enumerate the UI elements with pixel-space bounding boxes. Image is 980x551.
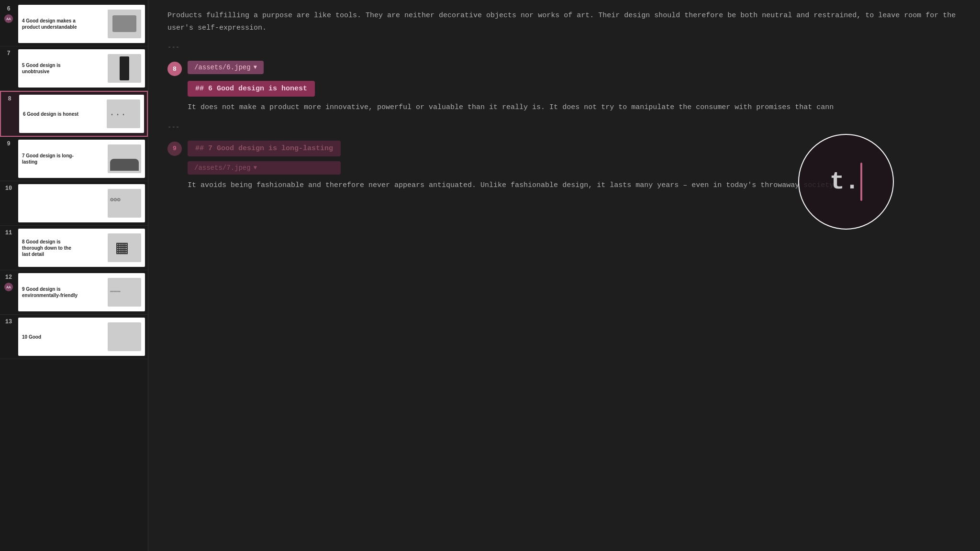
- block-8-file-row: 8 /assets/6.jpeg ▼: [167, 61, 961, 76]
- slide-number-col-11: 11: [0, 226, 17, 270]
- file-path-8: /assets/6.jpeg: [194, 64, 251, 71]
- heading-block-9: ## 7 Good design is long-lasting: [188, 141, 341, 156]
- slide-number-col-13: 13: [0, 315, 17, 359]
- slide-image-6: [108, 10, 141, 38]
- block-number-9: 9: [167, 142, 182, 156]
- file-pill-9[interactable]: /assets/7.jpeg ▼: [188, 161, 341, 175]
- slide-label-11: 8 Good design is thorough down to the la…: [22, 239, 79, 257]
- file-pill-8[interactable]: /assets/6.jpeg ▼: [188, 61, 264, 74]
- body-text-9: It avoids being fashionable and therefor…: [188, 179, 961, 192]
- slide-item-10[interactable]: 10: [0, 181, 148, 226]
- slide-item-9[interactable]: 9 7 Good design is long-lasting: [0, 137, 148, 181]
- slide-number-col-8: 8: [1, 92, 18, 136]
- slide-thumb-8: 6 Good design is honest: [19, 95, 144, 133]
- slide-label-13: 10 Good: [22, 334, 41, 340]
- slide-thumb-11: 8 Good design is thorough down to the la…: [18, 229, 145, 267]
- slide-item-8[interactable]: 8 6 Good design is honest: [0, 91, 148, 137]
- slide-num-6: 6: [7, 6, 10, 12]
- slide-label-12: 9 Good design is environmentally-friendl…: [22, 286, 79, 298]
- slide-item-6[interactable]: 6 AA 4 Good design makes a product under…: [0, 2, 148, 46]
- slide-number-col-7: 7: [0, 46, 17, 90]
- slide-number-col-6: 6 AA: [0, 2, 17, 46]
- avatar-12: AA: [4, 283, 13, 291]
- slide-image-10: [108, 189, 141, 218]
- slide-num-9: 9: [7, 141, 10, 147]
- slide-label-6: 4 Good design makes a product understand…: [22, 18, 79, 30]
- slide-num-7: 7: [7, 50, 10, 57]
- slide-number-col-10: 10: [0, 181, 17, 225]
- chevron-down-icon-8: ▼: [254, 64, 257, 71]
- slide-item-11[interactable]: 11 8 Good design is thorough down to the…: [0, 226, 148, 270]
- body-text-8: It does not make a product more innovati…: [188, 101, 961, 114]
- slide-item-12[interactable]: 12 AA 9 Good design is environmentally-f…: [0, 270, 148, 315]
- slide-thumb-12: 9 Good design is environmentally-friendl…: [18, 273, 145, 311]
- slide-number-col-9: 9: [0, 137, 17, 181]
- chevron-down-icon-9: ▼: [254, 165, 257, 171]
- slide-thumb-9: 7 Good design is long-lasting: [18, 140, 145, 178]
- intro-paragraph: Products fulfilling a purpose are like t…: [167, 10, 961, 34]
- slide-thumb-7: 5 Good design is unobtrusive: [18, 49, 145, 88]
- slide-thumb-13: 10 Good: [18, 318, 145, 356]
- block-9-heading-row: 9 ## 7 Good design is long-lasting /asse…: [167, 141, 961, 175]
- divider-2: ---: [167, 123, 961, 131]
- slide-number-col-12: 12 AA: [0, 270, 17, 314]
- slide-label-9: 7 Good design is long-lasting: [22, 153, 79, 165]
- slide-num-11: 11: [5, 230, 12, 236]
- slide-image-8: [107, 99, 140, 128]
- slide-item-7[interactable]: 7 5 Good design is unobtrusive: [0, 46, 148, 91]
- slide-thumb-6: 4 Good design makes a product understand…: [18, 5, 145, 43]
- slide-image-9: [108, 144, 141, 173]
- slide-num-10: 10: [5, 185, 12, 192]
- slide-image-11: [108, 233, 141, 262]
- slide-num-8: 8: [8, 96, 11, 102]
- block-number-8: 8: [167, 62, 182, 76]
- divider-1: ---: [167, 44, 961, 51]
- heading-block-8: ## 6 Good design is honest: [188, 81, 315, 97]
- slide-num-13: 13: [5, 319, 12, 325]
- slide-image-13: [108, 322, 141, 351]
- main-content: Products fulfilling a purpose are like t…: [148, 0, 980, 551]
- slide-item-13[interactable]: 13 10 Good: [0, 315, 148, 359]
- slide-image-12: [108, 278, 141, 307]
- file-path-9: /assets/7.jpeg: [194, 164, 251, 172]
- avatar-6: AA: [4, 14, 13, 23]
- sidebar: 6 AA 4 Good design makes a product under…: [0, 0, 148, 551]
- slide-label-7: 5 Good design is unobtrusive: [22, 62, 79, 75]
- slide-thumb-10: [18, 184, 145, 222]
- slide-image-7: [108, 54, 141, 83]
- slide-num-12: 12: [5, 274, 12, 281]
- slide-label-8: 6 Good design is honest: [23, 111, 78, 117]
